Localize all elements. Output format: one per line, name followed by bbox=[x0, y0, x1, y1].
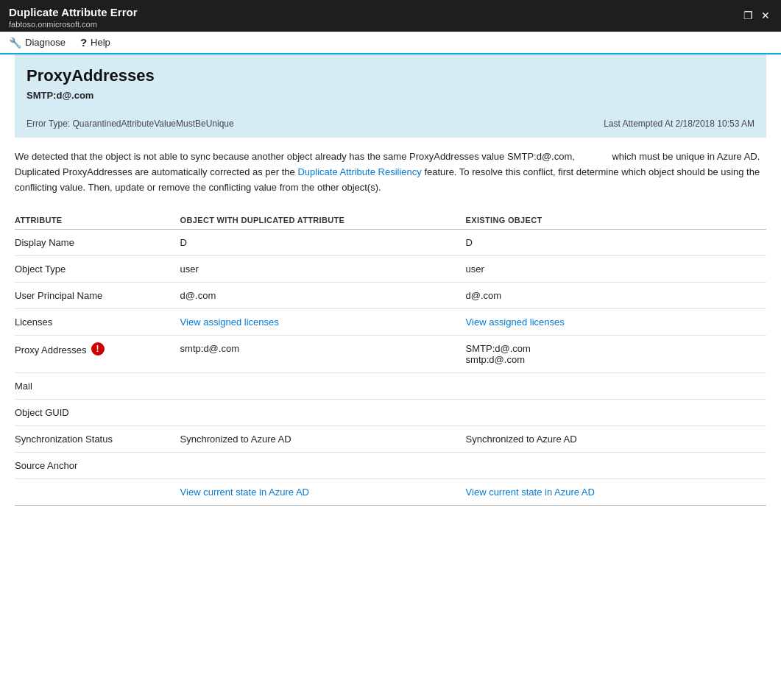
attribute-cell: Object Type bbox=[15, 256, 180, 283]
titlebar: Duplicate Attribute Error fabtoso.onmicr… bbox=[0, 0, 781, 32]
help-menu-item[interactable]: ? Help bbox=[80, 36, 110, 49]
main-content: ProxyAddresses SMTP:d@.com Error Type: Q… bbox=[0, 54, 781, 699]
attribute-cell: User Principal Name bbox=[15, 283, 180, 309]
attribute-cell: Licenses bbox=[15, 309, 180, 336]
help-label: Help bbox=[91, 37, 110, 48]
table-header-row: ATTRIBUTE OBJECT WITH DUPLICATED ATTRIBU… bbox=[15, 211, 766, 230]
col-header-exist: EXISTING OBJECT bbox=[466, 211, 766, 230]
dup-value-cell: user bbox=[180, 256, 466, 283]
dup-value-cell: smtp:d@.com bbox=[180, 336, 466, 373]
dup-link[interactable]: View assigned licenses bbox=[180, 317, 279, 328]
titlebar-info: Duplicate Attribute Error fabtoso.onmicr… bbox=[9, 6, 137, 29]
menubar: 🔧 Diagnose ? Help bbox=[0, 32, 781, 54]
restore-button[interactable]: ❐ bbox=[741, 9, 755, 22]
table-row: Source Anchor bbox=[15, 453, 766, 479]
header-card-footer: Error Type: QuarantinedAttributeValueMus… bbox=[26, 119, 755, 129]
exist-value-cell: D bbox=[466, 230, 766, 256]
table-row: User Principal Named@.comd@.com bbox=[15, 283, 766, 309]
table-row: Mail bbox=[15, 373, 766, 400]
exist-value-cell: user bbox=[466, 256, 766, 283]
footer-exist-cell: View current state in Azure AD bbox=[466, 479, 766, 506]
titlebar-title: Duplicate Attribute Error bbox=[9, 6, 137, 18]
table-row: Synchronization StatusSynchronized to Az… bbox=[15, 426, 766, 453]
titlebar-controls: ❐ ✕ bbox=[741, 9, 772, 22]
table-row: LicensesView assigned licensesView assig… bbox=[15, 309, 766, 336]
attribute-cell: Proxy Addresses! bbox=[15, 336, 180, 373]
exist-value-cell bbox=[466, 373, 766, 400]
view-state-exist-link[interactable]: View current state in Azure AD bbox=[466, 487, 595, 498]
attribute-cell: Display Name bbox=[15, 230, 180, 256]
footer-dup-cell: View current state in Azure AD bbox=[180, 479, 466, 506]
wrench-icon: 🔧 bbox=[9, 37, 21, 49]
table-row: Proxy Addresses!smtp:d@.comSMTP:d@.comsm… bbox=[15, 336, 766, 373]
diagnose-label: Diagnose bbox=[25, 37, 66, 48]
footer-attr-cell bbox=[15, 479, 180, 506]
attribute-cell: Source Anchor bbox=[15, 453, 180, 479]
description-text: We detected that the object is not able … bbox=[15, 138, 766, 204]
attribute-cell: Mail bbox=[15, 373, 180, 400]
table-row: Display NameDD bbox=[15, 230, 766, 256]
dup-value-cell: d@.com bbox=[180, 283, 466, 309]
header-card: ProxyAddresses SMTP:d@.com Error Type: Q… bbox=[15, 54, 766, 138]
attribute-name-heading: ProxyAddresses bbox=[26, 66, 755, 85]
last-attempted-label: Last Attempted At 2/18/2018 10:53 AM bbox=[604, 119, 755, 129]
table-row: Object GUID bbox=[15, 400, 766, 426]
dup-value-cell: D bbox=[180, 230, 466, 256]
attribute-cell: Synchronization Status bbox=[15, 426, 180, 453]
exist-link[interactable]: View assigned licenses bbox=[466, 317, 565, 328]
dup-value-cell: View assigned licenses bbox=[180, 309, 466, 336]
dup-value-cell bbox=[180, 453, 466, 479]
exist-value-cell: Synchronized to Azure AD bbox=[466, 426, 766, 453]
attribute-table: ATTRIBUTE OBJECT WITH DUPLICATED ATTRIBU… bbox=[15, 211, 766, 506]
col-header-dup: OBJECT WITH DUPLICATED ATTRIBUTE bbox=[180, 211, 466, 230]
exist-value-cell bbox=[466, 453, 766, 479]
duplicate-attribute-resiliency-link[interactable]: Duplicate Attribute Resiliency bbox=[297, 166, 421, 177]
attribute-value: SMTP:d@.com bbox=[26, 90, 755, 101]
dup-value-cell bbox=[180, 400, 466, 426]
exist-value-cell: View assigned licenses bbox=[466, 309, 766, 336]
titlebar-subtitle: fabtoso.onmicrosoft.com bbox=[9, 20, 137, 29]
exist-value-cell bbox=[466, 400, 766, 426]
col-header-attribute: ATTRIBUTE bbox=[15, 211, 180, 230]
close-button[interactable]: ✕ bbox=[759, 9, 772, 22]
diagnose-menu-item[interactable]: 🔧 Diagnose bbox=[9, 37, 66, 49]
dup-value-cell bbox=[180, 373, 466, 400]
attribute-label-with-error: Proxy Addresses! bbox=[15, 343, 174, 356]
exist-value-cell: SMTP:d@.comsmtp:d@.com bbox=[466, 336, 766, 373]
error-type-label: Error Type: QuarantinedAttributeValueMus… bbox=[26, 119, 234, 129]
dup-value-cell: Synchronized to Azure AD bbox=[180, 426, 466, 453]
exist-value-cell: d@.com bbox=[466, 283, 766, 309]
error-icon: ! bbox=[91, 342, 105, 356]
help-icon: ? bbox=[80, 36, 87, 49]
table-row: Object Typeuseruser bbox=[15, 256, 766, 283]
table-footer-row: View current state in Azure ADView curre… bbox=[15, 479, 766, 506]
attribute-cell: Object GUID bbox=[15, 400, 180, 426]
view-state-dup-link[interactable]: View current state in Azure AD bbox=[180, 487, 309, 498]
